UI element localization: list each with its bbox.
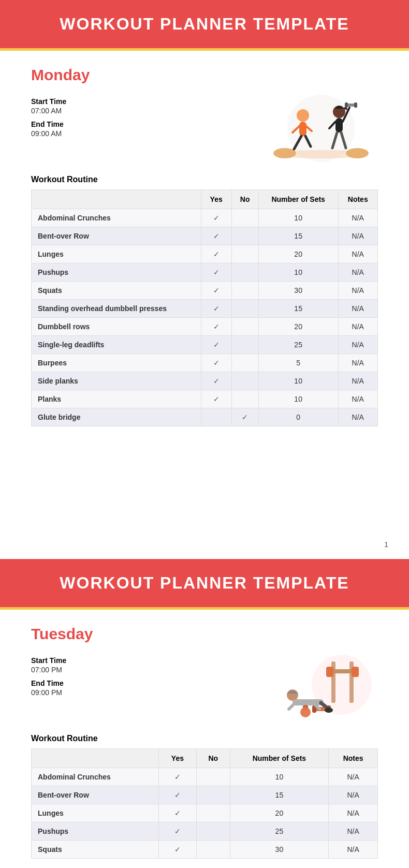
- exercise-name: Side planks: [32, 372, 201, 390]
- col2-exercise: [32, 749, 159, 768]
- exercise-sets: 10: [258, 372, 338, 390]
- col-notes: Notes: [338, 190, 378, 209]
- exercise-notes: N/A: [338, 227, 378, 245]
- page1-start-label: Start Time: [31, 97, 264, 106]
- exercise-name: Lunges: [32, 245, 201, 263]
- exercise-sets: 25: [230, 822, 329, 841]
- exercise-notes: N/A: [338, 282, 378, 300]
- exercise-notes: N/A: [338, 372, 378, 390]
- page1-day: Monday: [31, 66, 378, 84]
- page2-end-label: End Time: [31, 679, 264, 687]
- exercise-name: Pushups: [32, 822, 159, 841]
- page2-header: WORKOUT PLANNER TEMPLATE: [0, 559, 409, 610]
- exercise-yes: ✓: [201, 336, 231, 354]
- exercise-sets: 10: [258, 209, 338, 227]
- exercise-no: [196, 804, 230, 822]
- svg-point-2: [273, 148, 296, 158]
- page1-section-title: Workout Routine: [31, 175, 378, 184]
- col2-no: No: [196, 749, 230, 768]
- page1-day-header: Start Time 07:00 AM End Time 09:00 AM: [31, 92, 378, 165]
- svg-point-3: [346, 148, 369, 158]
- col2-yes: Yes: [158, 749, 196, 768]
- svg-rect-29: [293, 699, 324, 705]
- col-exercise: [32, 190, 201, 209]
- exercise-sets: 15: [258, 227, 338, 245]
- exercise-notes: N/A: [338, 390, 378, 408]
- exercise-notes: N/A: [338, 245, 378, 263]
- page1-header: WORKOUT PLANNER TEMPLATE: [0, 0, 409, 51]
- exercise-name: Single-leg deadlifts: [32, 336, 201, 354]
- exercise-no: [231, 282, 258, 300]
- monday-illustration: [264, 92, 378, 165]
- table-row: Pushups ✓ 10 N/A: [32, 263, 378, 282]
- exercise-yes: ✓: [158, 768, 196, 786]
- table-row: Single-leg deadlifts ✓ 25 N/A: [32, 336, 378, 354]
- exercise-notes: N/A: [329, 822, 378, 841]
- exercise-no: [231, 318, 258, 336]
- table-row: Bent-over Row ✓ 15 N/A: [32, 786, 378, 804]
- exercise-name: Dumbbell rows: [32, 318, 201, 336]
- col2-notes: Notes: [329, 749, 378, 768]
- table-row: Standing overhead dumbbell presses ✓ 15 …: [32, 300, 378, 318]
- page2-workout-table: Yes No Number of Sets Notes Abdominal Cr…: [31, 748, 378, 859]
- svg-rect-23: [326, 667, 333, 677]
- page2-start-time: 07:00 PM: [31, 666, 264, 674]
- exercise-no: [231, 209, 258, 227]
- table-row: Abdominal Crunches ✓ 10 N/A: [32, 768, 378, 786]
- exercise-yes: ✓: [201, 227, 231, 245]
- page1-title: WORKOUT PLANNER TEMPLATE: [10, 14, 399, 34]
- exercise-name: Standing overhead dumbbell presses: [32, 300, 201, 318]
- svg-rect-11: [335, 118, 343, 133]
- col-sets: Number of Sets: [258, 190, 338, 209]
- svg-point-19: [312, 655, 372, 715]
- exercise-sets: 30: [258, 282, 338, 300]
- svg-line-30: [289, 703, 295, 709]
- exercise-name: Burpees: [32, 354, 201, 372]
- exercise-yes: ✓: [201, 372, 231, 390]
- exercise-no: [231, 300, 258, 318]
- page-1: WORKOUT PLANNER TEMPLATE Monday Start Ti…: [0, 0, 409, 559]
- exercise-yes: ✓: [158, 822, 196, 841]
- exercise-no: [196, 841, 230, 859]
- table-row: Abdominal Crunches ✓ 10 N/A: [32, 209, 378, 227]
- table-row: Planks ✓ 10 N/A: [32, 390, 378, 408]
- table-row: Pushups ✓ 25 N/A: [32, 822, 378, 841]
- exercise-sets: 15: [258, 300, 338, 318]
- svg-rect-16: [345, 102, 348, 108]
- page2-day: Tuesday: [31, 625, 378, 643]
- exercise-notes: N/A: [338, 336, 378, 354]
- exercise-name: Glute bridge: [32, 408, 201, 426]
- exercise-sets: 20: [258, 318, 338, 336]
- svg-rect-24: [352, 667, 359, 677]
- exercise-notes: N/A: [329, 786, 378, 804]
- exercise-name: Squats: [32, 841, 159, 859]
- exercise-sets: 30: [230, 841, 329, 859]
- exercise-sets: 0: [258, 408, 338, 426]
- exercise-notes: N/A: [329, 804, 378, 822]
- page1-start-time: 07:00 AM: [31, 107, 264, 115]
- exercise-sets: 20: [230, 804, 329, 822]
- svg-rect-17: [354, 102, 357, 108]
- exercise-notes: N/A: [338, 263, 378, 282]
- exercise-no: [231, 227, 258, 245]
- exercise-yes: ✓: [201, 282, 231, 300]
- exercise-sets: 10: [258, 263, 338, 282]
- exercise-notes: N/A: [338, 408, 378, 426]
- exercise-yes: ✓: [201, 318, 231, 336]
- exercise-no: [231, 336, 258, 354]
- exercise-notes: N/A: [329, 841, 378, 859]
- exercise-no: [231, 372, 258, 390]
- page-2: WORKOUT PLANNER TEMPLATE Tuesday Start T…: [0, 559, 409, 868]
- exercise-no: [231, 245, 258, 263]
- page1-content: Monday Start Time 07:00 AM End Time 09:0…: [0, 51, 409, 442]
- exercise-sets: 25: [258, 336, 338, 354]
- exercise-notes: N/A: [338, 318, 378, 336]
- page2-title: WORKOUT PLANNER TEMPLATE: [10, 573, 399, 593]
- page1-end-time: 09:00 AM: [31, 129, 264, 138]
- exercise-yes: ✓: [201, 300, 231, 318]
- table-row: Bent-over Row ✓ 15 N/A: [32, 227, 378, 245]
- exercise-name: Bent-over Row: [32, 786, 159, 804]
- exercise-yes: [201, 408, 231, 426]
- exercise-notes: N/A: [338, 209, 378, 227]
- exercise-no: [196, 822, 230, 841]
